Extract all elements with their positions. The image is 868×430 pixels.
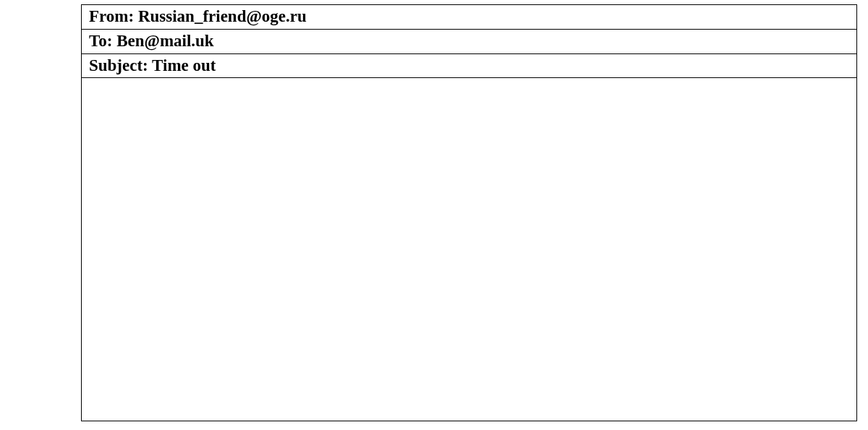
subject-value: Time out bbox=[152, 56, 216, 74]
to-value: Ben@mail.uk bbox=[116, 32, 214, 50]
email-to-row: To: Ben@mail.uk bbox=[82, 29, 857, 53]
email-subject-row: Subject: Time out bbox=[82, 53, 857, 78]
subject-label: Subject: bbox=[89, 56, 152, 74]
email-header-table: From: Russian_friend@oge.ru To: Ben@mail… bbox=[81, 4, 857, 421]
from-label: From: bbox=[89, 7, 138, 25]
to-label: To: bbox=[89, 32, 116, 50]
email-body-cell bbox=[82, 78, 857, 421]
from-value: Russian_friend@oge.ru bbox=[138, 7, 307, 25]
email-from-row: From: Russian_friend@oge.ru bbox=[82, 5, 857, 30]
